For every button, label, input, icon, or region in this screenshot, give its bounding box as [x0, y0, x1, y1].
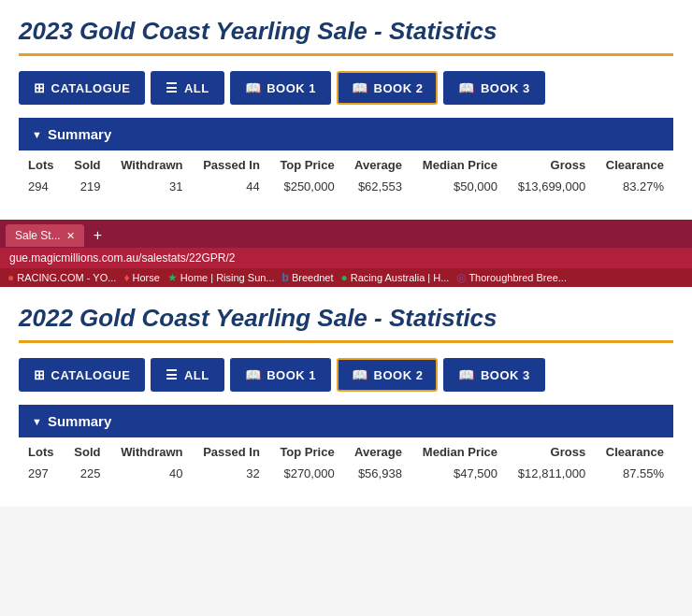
btn-book1-2022[interactable]: 📖 BOOK 1	[230, 358, 331, 392]
btn-book2-2022[interactable]: 📖 BOOK 2	[337, 358, 438, 392]
cell-lots-2022: 297	[19, 463, 64, 488]
bookmark-racing-australia[interactable]: ● Racing Australia | H...	[341, 271, 450, 284]
summary-arrow-2022: ▼	[32, 416, 42, 427]
book3-icon-2023: 📖	[458, 80, 475, 95]
cell-gross-2023: $13,699,000	[507, 176, 595, 201]
btn-book3-2023[interactable]: 📖 BOOK 3	[443, 71, 544, 105]
section-2022: 2022 Gold Coast Yearling Sale - Statisti…	[0, 287, 692, 507]
btn-all-2022[interactable]: ☰ ALL	[151, 358, 223, 392]
table-row-2023: 294 219 31 44 $250,000 $62,553 $50,000 $…	[19, 176, 673, 201]
btn-all-label-2022: ALL	[184, 368, 209, 382]
btn-book3-label-2023: BOOK 3	[481, 81, 530, 95]
button-group-2022: ⊞ CATALOGUE ☰ ALL 📖 BOOK 1 📖 BOOK 2 📖 BO…	[19, 358, 673, 392]
catalogue-icon-2022: ⊞	[34, 367, 46, 382]
btn-catalogue-label-2022: CATALOGUE	[51, 368, 131, 382]
bookmark-horse[interactable]: ♦ Horse	[123, 271, 159, 284]
btn-all-2023[interactable]: ☰ ALL	[151, 71, 223, 105]
bookmark-racing-label: RACING.COM - YO...	[17, 272, 116, 283]
summary-label-2023: Summary	[48, 126, 111, 142]
summary-label-2022: Summary	[48, 413, 111, 429]
btn-book2-label-2022: BOOK 2	[374, 368, 424, 382]
section-2023: 2023 Gold Coast Yearling Sale - Statisti…	[0, 0, 692, 220]
cell-passed-2022: 32	[193, 463, 269, 488]
btn-book1-label-2022: BOOK 1	[267, 368, 316, 382]
bookmark-breednet-label: Breednet	[292, 272, 334, 283]
col-withdrawn-2023: Withdrawn	[110, 150, 193, 176]
bookmarks-bar: ● RACING.COM - YO... ♦ Horse ★ Home | Ri…	[0, 268, 692, 287]
tab-label: Sale St...	[15, 229, 61, 242]
book3-icon-2022: 📖	[458, 367, 475, 382]
bookmark-thoroughbred[interactable]: ◎ Thoroughbred Bree...	[456, 271, 567, 284]
book1-icon-2022: 📖	[245, 367, 262, 382]
cell-clearance-2022: 87.55%	[595, 463, 673, 488]
breednet-icon: b	[282, 271, 289, 284]
bookmark-racing[interactable]: ● RACING.COM - YO...	[7, 271, 116, 284]
col-gross-2022: Gross	[507, 437, 595, 463]
thoroughbred-icon: ◎	[456, 271, 466, 284]
col-median-2022: Median Price	[411, 437, 507, 463]
col-sold-2022: Sold	[64, 437, 109, 463]
page-title-2022: 2022 Gold Coast Yearling Sale - Statisti…	[19, 304, 673, 333]
all-icon-2023: ☰	[166, 80, 179, 95]
url-text: gue.magicmillions.com.au/salestats/22GPR…	[9, 251, 235, 265]
horse-icon: ♦	[123, 271, 129, 284]
btn-catalogue-label-2023: CATALOGUE	[51, 81, 131, 95]
address-bar[interactable]: gue.magicmillions.com.au/salestats/22GPR…	[0, 248, 692, 268]
cell-top-price-2023: $250,000	[269, 176, 344, 201]
cell-sold-2022: 225	[64, 463, 109, 488]
all-icon-2022: ☰	[166, 367, 179, 382]
col-median-2023: Median Price	[411, 150, 507, 176]
book1-icon-2023: 📖	[245, 80, 262, 95]
btn-book1-2023[interactable]: 📖 BOOK 1	[230, 71, 331, 105]
bookmark-breednet[interactable]: b Breednet	[282, 271, 334, 284]
btn-catalogue-2023[interactable]: ⊞ CATALOGUE	[19, 71, 145, 105]
bookmark-thoroughbred-label: Thoroughbred Bree...	[469, 272, 567, 283]
col-top-price-2022: Top Price	[269, 437, 344, 463]
summary-arrow-2023: ▼	[32, 129, 42, 140]
col-clearance-2023: Clearance	[595, 150, 673, 176]
browser-tab[interactable]: Sale St... ✕	[6, 224, 84, 247]
bookmark-rising-sun[interactable]: ★ Home | Rising Sun...	[167, 271, 275, 284]
btn-book1-label-2023: BOOK 1	[267, 81, 316, 95]
stats-table-2023: Lots Sold Withdrawn Passed In Top Price …	[19, 150, 673, 201]
cell-clearance-2023: 83.27%	[595, 176, 673, 201]
bookmark-rising-sun-label: Home | Rising Sun...	[180, 272, 275, 283]
btn-book3-2022[interactable]: 📖 BOOK 3	[443, 358, 544, 392]
btn-catalogue-2022[interactable]: ⊞ CATALOGUE	[19, 358, 145, 392]
col-lots-2023: Lots	[19, 150, 64, 176]
tab-bar: Sale St... ✕ +	[0, 220, 692, 248]
col-clearance-2022: Clearance	[595, 437, 673, 463]
new-tab-button[interactable]: +	[86, 223, 109, 248]
col-average-2022: Average	[344, 437, 411, 463]
summary-header-2023[interactable]: ▼ Summary	[19, 118, 673, 150]
btn-book3-label-2022: BOOK 3	[481, 368, 530, 382]
col-lots-2022: Lots	[19, 437, 64, 463]
cell-average-2022: $56,938	[344, 463, 411, 488]
cell-sold-2023: 219	[64, 176, 109, 201]
browser-chrome: Sale St... ✕ + gue.magicmillions.com.au/…	[0, 220, 692, 287]
col-top-price-2023: Top Price	[269, 150, 344, 176]
col-withdrawn-2022: Withdrawn	[110, 437, 193, 463]
col-sold-2023: Sold	[64, 150, 109, 176]
cell-passed-2023: 44	[193, 176, 269, 201]
cell-top-price-2022: $270,000	[269, 463, 344, 488]
col-average-2023: Average	[344, 150, 411, 176]
btn-all-label-2023: ALL	[184, 81, 209, 95]
book2-icon-2022: 📖	[352, 367, 368, 382]
racing-australia-icon: ●	[341, 271, 348, 284]
bookmark-racing-australia-label: Racing Australia | H...	[351, 272, 450, 283]
button-group-2023: ⊞ CATALOGUE ☰ ALL 📖 BOOK 1 📖 BOOK 2 📖 BO…	[19, 71, 673, 105]
cell-gross-2022: $12,811,000	[507, 463, 595, 488]
summary-header-2022[interactable]: ▼ Summary	[19, 405, 673, 437]
racing-icon: ●	[7, 271, 14, 284]
cell-average-2023: $62,553	[344, 176, 411, 201]
cell-lots-2023: 294	[19, 176, 64, 201]
col-gross-2023: Gross	[507, 150, 595, 176]
page-title-2023: 2023 Gold Coast Yearling Sale - Statisti…	[19, 17, 673, 46]
tab-close-button[interactable]: ✕	[66, 230, 75, 242]
title-underline-2022	[19, 340, 673, 343]
catalogue-icon-2023: ⊞	[34, 80, 46, 95]
btn-book2-2023[interactable]: 📖 BOOK 2	[337, 71, 438, 105]
table-row-2022: 297 225 40 32 $270,000 $56,938 $47,500 $…	[19, 463, 673, 488]
book2-icon-2023: 📖	[352, 80, 368, 95]
